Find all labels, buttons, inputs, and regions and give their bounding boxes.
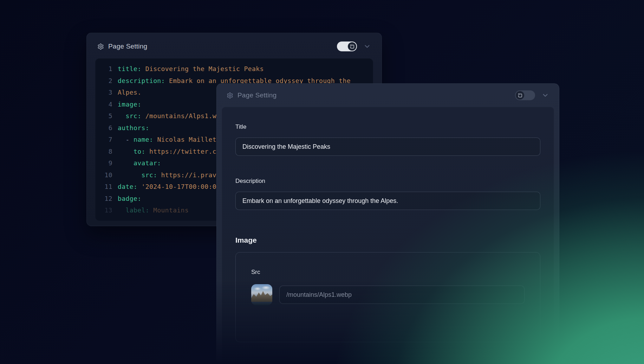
gear-icon bbox=[227, 92, 233, 99]
image-thumbnail[interactable] bbox=[251, 284, 272, 305]
gear-icon bbox=[97, 43, 104, 50]
page-background: Page Setting 1title: Discovering the Maj… bbox=[0, 0, 644, 364]
src-label: Src bbox=[251, 269, 525, 276]
code-view-toggle[interactable] bbox=[337, 41, 357, 51]
image-settings-card: Src bbox=[235, 252, 540, 342]
code-square-icon bbox=[348, 42, 356, 51]
page-setting-panel-form: Page Setting Title Description bbox=[216, 83, 559, 364]
description-label: Description bbox=[235, 178, 540, 185]
panel-header: Page Setting bbox=[217, 84, 559, 107]
page-setting-form: Title Description Image Src bbox=[222, 107, 554, 364]
code-view-toggle[interactable] bbox=[515, 90, 535, 100]
panel-header: Page Setting bbox=[87, 33, 382, 58]
title-label: Title bbox=[235, 123, 540, 130]
panel-title: Page Setting bbox=[238, 91, 277, 99]
image-section-heading: Image bbox=[235, 236, 540, 244]
code-square-icon bbox=[516, 91, 524, 100]
code-line: 1title: Discovering the Majestic Peaks bbox=[96, 63, 373, 75]
description-input[interactable] bbox=[235, 192, 540, 210]
panel-title: Page Setting bbox=[108, 43, 147, 50]
src-input[interactable] bbox=[279, 286, 525, 304]
chevron-down-icon[interactable] bbox=[363, 43, 371, 50]
title-input[interactable] bbox=[235, 138, 540, 156]
chevron-down-icon[interactable] bbox=[541, 91, 549, 99]
